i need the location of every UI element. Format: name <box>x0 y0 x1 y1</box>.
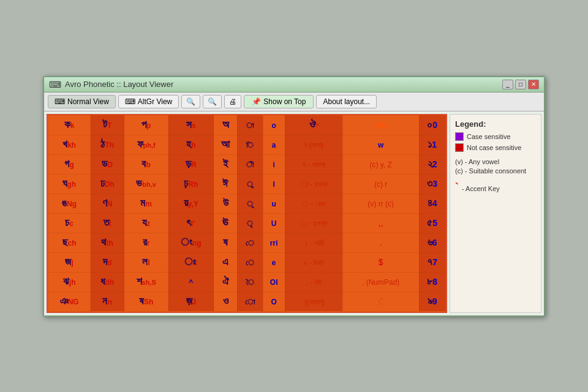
key-rri: rri <box>263 233 285 252</box>
key-dari: । - দাড়ি <box>285 233 342 252</box>
zoom-out-button[interactable]: 🔍 <box>203 95 222 108</box>
key-sha: ষ <box>214 233 237 252</box>
key-numpad-dot: . (NumPad) <box>342 272 419 292</box>
key-bha: ভbh,v <box>124 174 168 194</box>
key-kolon: :(কোলন) <box>285 292 342 311</box>
key-ba: বb <box>124 154 168 174</box>
title-bar-left: ⌨ Avro Phonetic :: Layout Viewer <box>49 80 173 89</box>
normal-view-icon: ⌨ <box>55 97 65 106</box>
layout-table: কk টT পp সs অ া o ঔ৺ OU ০0 খkh ঠTh ফph,f… <box>48 115 446 312</box>
minimize-button[interactable]: _ <box>502 80 513 89</box>
key-wo: ও <box>214 292 237 311</box>
key-u-lat: u <box>263 194 285 213</box>
key-ra: রr <box>124 233 168 252</box>
key-U: U <box>263 213 285 233</box>
keyboard-layout: কk টT পp সs অ া o ঔ৺ OU ০0 খkh ঠTh ফph,f… <box>47 114 447 313</box>
key-e-lat: e <box>263 252 285 272</box>
legend-note-vowel: (v) - Any vowel <box>455 158 536 165</box>
key-kha: খkh <box>48 135 91 154</box>
table-row: ছch থth রr ংng ষ ে rri । - দাড়ি . ৬6 <box>48 233 446 252</box>
key-aa: আ <box>214 135 237 154</box>
key-taka: ৳ - টাকা <box>285 252 342 272</box>
key-sa: সs <box>168 115 214 135</box>
legend-panel: Legend: Case sensitive Not case sensitiv… <box>450 114 541 313</box>
key-a2: া <box>237 115 263 135</box>
print-button[interactable]: 🖨 <box>224 95 241 108</box>
key-dha: ধdh <box>91 272 124 292</box>
key-ii2: ু <box>237 174 263 194</box>
key-ga: গg <box>48 154 91 174</box>
about-layout-button[interactable]: About layout... <box>316 95 377 108</box>
legend-case-sensitive-text: Case sensitive <box>467 133 511 140</box>
key-ref: ◌ - রেফ <box>285 194 342 213</box>
key-I: I <box>263 174 285 194</box>
table-row: জj দd লl ঃ: এ ে e ৳ - টাকা $ ৭7 <box>48 252 446 272</box>
key-ja: যz <box>124 213 168 233</box>
close-button[interactable]: ✕ <box>528 80 539 89</box>
key-da: দd <box>91 252 124 272</box>
key-dot: . - ডট <box>285 272 342 292</box>
key-5: ৫5 <box>419 213 446 233</box>
key-oi: ঐ <box>214 272 237 292</box>
key-a1: অ <box>214 115 237 135</box>
key-na: নn <box>91 292 124 311</box>
key-colon-accent: :` <box>342 292 419 311</box>
key-sha-cap: শsh,S <box>124 272 168 292</box>
key-jophola: য - যফলা <box>285 154 342 174</box>
key-sha2: ে <box>237 233 263 252</box>
show-top-icon: 📌 <box>252 97 261 106</box>
key-pa: পp <box>124 115 168 135</box>
key-rr: (v) rr (c) <box>342 194 419 213</box>
key-gha: ঘgh <box>48 174 91 194</box>
key-e2: ে <box>237 252 263 272</box>
key-i2: ী <box>237 154 263 174</box>
toolbar: ⌨ Normal View ⌨ AltGr View 🔍 🔍 🖨 📌 Show … <box>44 92 544 111</box>
legend-not-case-sensitive-text: Not case sensitive <box>467 144 521 151</box>
key-bophola: ব (ফলা) <box>285 135 342 154</box>
key-ha: হh <box>168 135 214 154</box>
key-aa2: ি <box>237 135 263 154</box>
key-2: ২2 <box>419 154 446 174</box>
table-row: গg ডD বb ড়R ই ী i য - যফলা (c) y, Z ২2 <box>48 154 446 174</box>
show-on-top-button[interactable]: 📌 Show on Top <box>244 95 314 108</box>
key-khanda-ta: ৎt' <box>168 213 214 233</box>
key-O: O <box>263 292 285 311</box>
key-i-lat: i <box>263 154 285 174</box>
key-r: (c) r <box>342 174 419 194</box>
key-OU: OU <box>342 115 419 135</box>
title-bar-controls: _ □ ✕ <box>502 80 539 89</box>
table-row: চc তt যz ৎt' ঊ ৃ U ্ - হসন্ত ,, ৫5 <box>48 213 446 233</box>
key-ta-cap: টT <box>91 115 124 135</box>
key-ca: চc <box>48 213 91 233</box>
key-nna: ণN <box>91 194 124 213</box>
key-e: এ <box>214 252 237 272</box>
key-jha2: ঝjh <box>48 272 91 292</box>
legend-color-red <box>455 143 464 152</box>
normal-view-button[interactable]: ⌨ Normal View <box>48 95 116 108</box>
key-nga: ঙNg <box>48 194 91 213</box>
zoom-in-button[interactable]: 🔍 <box>181 95 200 108</box>
key-OI: OI <box>263 272 285 292</box>
key-u: উ <box>214 194 237 213</box>
key-caret: ^ <box>168 272 214 292</box>
key-w: w <box>342 135 419 154</box>
key-7: ৭7 <box>419 252 446 272</box>
key-oi2: ৈ <box>237 272 263 292</box>
key-ou: ঔ৺ <box>285 115 342 135</box>
legend-title: Legend: <box>455 119 536 129</box>
altgr-view-button[interactable]: ⌨ AltGr View <box>118 95 179 108</box>
key-uu: ঊ <box>214 213 237 233</box>
key-u2: ূ <box>237 194 263 213</box>
content-area: কk টT পp সs অ া o ঔ৺ OU ০0 খkh ঠTh ফph,f… <box>44 111 544 315</box>
key-dollar: $ <box>342 252 419 272</box>
maximize-button[interactable]: □ <box>515 80 526 89</box>
window-title: Avro Phonetic :: Layout Viewer <box>65 80 173 89</box>
key-rra: ড়R <box>168 154 214 174</box>
key-hasanta: ্ - হসন্ত <box>285 213 342 233</box>
key-tha-cap: ঠTh <box>91 135 124 154</box>
key-8: ৮8 <box>419 272 446 292</box>
title-bar: ⌨ Avro Phonetic :: Layout Viewer _ □ ✕ <box>44 77 544 92</box>
table-row: ঘgh ঢDh ভbh,v ঢ়Rh ঈ ু I া - রফলা (c) r … <box>48 174 446 194</box>
key-ta: তt <box>91 213 124 233</box>
key-6: ৬6 <box>419 233 446 252</box>
